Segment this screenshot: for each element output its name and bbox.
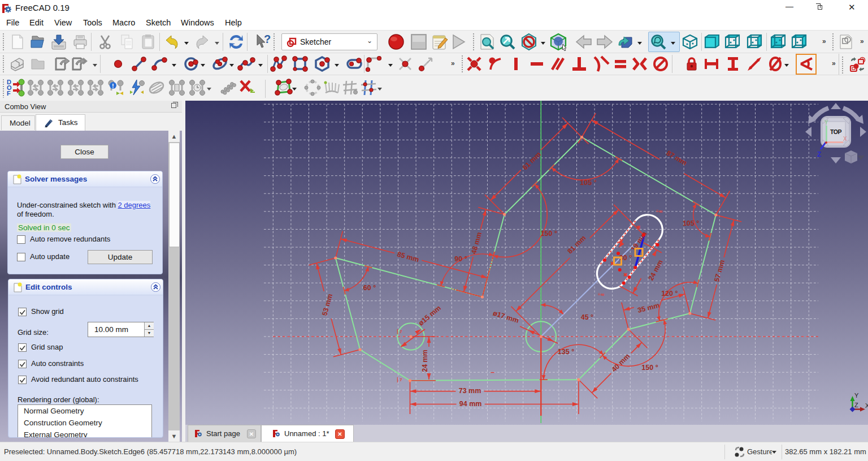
svg-text:53 mm: 53 mm xyxy=(320,293,334,317)
svg-text:❘7: ❘7 xyxy=(396,329,402,335)
svg-text:24 mm: 24 mm xyxy=(421,350,429,372)
svg-text:48 mm: 48 mm xyxy=(470,231,483,255)
svg-text:150 °: 150 ° xyxy=(641,364,658,372)
svg-text:45 °: 45 ° xyxy=(581,313,593,321)
svg-text:24 mm: 24 mm xyxy=(647,258,665,282)
svg-text:57 mm: 57 mm xyxy=(713,259,726,283)
svg-text:!: ! xyxy=(112,83,114,89)
svg-text:✖: ✖ xyxy=(623,272,628,278)
svg-text:135 °: 135 ° xyxy=(558,348,574,356)
svg-text:?: ? xyxy=(264,33,271,45)
svg-text:F: F xyxy=(7,90,11,97)
svg-text:≡40: ≡40 xyxy=(656,209,663,214)
svg-text:Y: Y xyxy=(854,392,859,399)
svg-text:85 mm: 85 mm xyxy=(396,250,420,264)
svg-text:❘7: ❘7 xyxy=(396,377,402,383)
svg-text:105 °: 105 ° xyxy=(683,219,699,227)
svg-text:X: X xyxy=(865,402,868,409)
svg-text:✖: ✖ xyxy=(636,225,641,230)
svg-text:90 °: 90 ° xyxy=(454,255,467,263)
svg-text:Y: Y xyxy=(824,119,828,126)
svg-text:–: – xyxy=(491,368,494,376)
svg-text:94 mm: 94 mm xyxy=(459,400,482,408)
svg-text:105 °: 105 ° xyxy=(580,179,596,187)
svg-text:TOP: TOP xyxy=(830,128,841,135)
svg-text:120 °: 120 ° xyxy=(661,290,678,298)
svg-text:Z: Z xyxy=(854,402,858,408)
svg-text:150 °: 150 ° xyxy=(541,230,557,238)
svg-text:≡40: ≡40 xyxy=(598,292,605,297)
svg-text:61 mm: 61 mm xyxy=(521,150,542,172)
svg-text:35 mm: 35 mm xyxy=(637,301,661,314)
svg-text:73 mm: 73 mm xyxy=(459,387,481,395)
svg-text:ø15 mm: ø15 mm xyxy=(417,304,442,327)
svg-text:X: X xyxy=(843,136,847,142)
svg-text:Z: Z xyxy=(817,150,821,158)
svg-text:60 °: 60 ° xyxy=(363,284,376,292)
